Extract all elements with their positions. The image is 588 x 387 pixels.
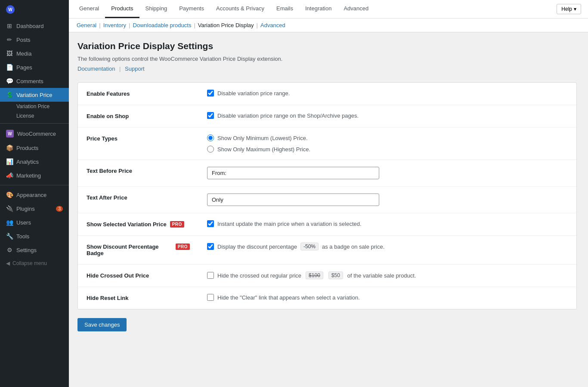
tab-shipping[interactable]: Shipping — [139, 0, 173, 18]
sidebar-sub-license[interactable]: License — [0, 111, 69, 121]
analytics-icon: 📊 — [6, 158, 13, 165]
sidebar-item-label: Settings — [16, 247, 37, 253]
settings-table: Enable Features Disable variation price … — [77, 82, 577, 309]
tab-payments[interactable]: Payments — [173, 0, 210, 18]
setting-label-show-discount-badge: Show Discount Percentage Badge PRO — [78, 236, 198, 264]
enable-on-shop-checkbox[interactable] — [207, 112, 214, 119]
hide-reset-link-text: Hide the "Clear" link that appears when … — [217, 294, 360, 301]
radio-min-price[interactable] — [207, 134, 214, 141]
subnav-general[interactable]: General — [77, 22, 96, 28]
sidebar-item-label: Tools — [16, 233, 29, 240]
hide-crossed-out-price-checkbox-row: Hide the crossed out regular price $100 … — [207, 272, 568, 279]
pages-icon: 📄 — [6, 64, 13, 71]
sidebar-item-comments[interactable]: 💬 Comments — [0, 74, 69, 88]
radio-min-price-row: Show Only Minimum (Lowest) Price. — [207, 134, 568, 141]
dashboard-icon: ⊞ — [6, 22, 13, 29]
pro-badge-discount: PRO — [176, 243, 190, 250]
sidebar-item-variation-price[interactable]: 💲 Variation Price — [0, 88, 69, 102]
setting-label-text-after-price: Text After Price — [78, 187, 198, 213]
setting-text-after-price: Text After Price — [78, 187, 576, 213]
setting-text-before-price: Text Before Price — [78, 160, 576, 187]
show-discount-badge-checkbox[interactable] — [207, 243, 214, 250]
sidebar-item-label: Marketing — [16, 172, 41, 179]
sidebar-item-label: Dashboard — [16, 23, 44, 29]
chevron-down-icon: ▾ — [574, 6, 576, 12]
setting-field-text-before-price — [198, 160, 576, 186]
sidebar-item-products[interactable]: 📦 Products — [0, 141, 69, 155]
text-before-price-input[interactable] — [207, 167, 379, 179]
sidebar-sub-variation-price[interactable]: Variation Price — [0, 102, 69, 111]
sidebar-item-settings[interactable]: ⚙ Settings — [0, 243, 69, 257]
enable-features-checkbox[interactable] — [207, 90, 214, 97]
show-selected-variation-price-checkbox-row: Instant update the main price when a var… — [207, 220, 568, 227]
sidebar-item-label: Products — [16, 145, 38, 151]
sidebar-item-tools[interactable]: 🔧 Tools — [0, 229, 69, 243]
sidebar-item-pages[interactable]: 📄 Pages — [0, 60, 69, 74]
sidebar-item-plugins[interactable]: 🔌 Plugins 3 — [0, 202, 69, 215]
variation-price-icon: 💲 — [6, 91, 13, 98]
appearance-icon: 🎨 — [6, 191, 13, 198]
tab-advanced[interactable]: Advanced — [337, 0, 374, 18]
sidebar-item-label: Plugins — [16, 206, 35, 212]
posts-icon: ✏ — [6, 36, 13, 43]
save-changes-button[interactable]: Save changes — [77, 318, 127, 331]
enable-features-text: Disable variation price range. — [217, 90, 290, 97]
collapse-menu-button[interactable]: ◀ Collapse menu — [0, 257, 69, 270]
setting-price-types: Price Types Show Only Minimum (Lowest) P… — [78, 128, 576, 160]
comments-icon: 💬 — [6, 78, 13, 84]
tab-navigation: General Products Shipping Payments Accou… — [69, 0, 379, 18]
subnav-advanced[interactable]: Advanced — [260, 22, 285, 28]
woocommerce-icon: W — [6, 130, 14, 137]
hide-crossed-out-price-checkbox[interactable] — [207, 272, 214, 279]
support-link[interactable]: Support — [125, 66, 145, 72]
sidebar-item-users[interactable]: 👥 Users — [0, 215, 69, 229]
discount-badge-example: -50% — [300, 243, 319, 250]
sidebar-item-media[interactable]: 🖼 Media — [0, 47, 69, 60]
tab-products[interactable]: Products — [105, 0, 139, 18]
tab-general[interactable]: General — [73, 0, 105, 18]
setting-field-enable-features: Disable variation price range. — [198, 83, 576, 105]
radio-max-price-label: Show Only Maximum (Highest) Price. — [217, 146, 310, 153]
setting-label-hide-reset-link: Hide Reset Link — [78, 287, 198, 309]
tab-accounts-privacy[interactable]: Accounts & Privacy — [210, 0, 270, 18]
sidebar-item-posts[interactable]: ✏ Posts — [0, 33, 69, 47]
sidebar-item-label: Analytics — [16, 159, 39, 165]
products-icon: 📦 — [6, 144, 13, 151]
sidebar-item-label: Media — [16, 50, 31, 57]
sidebar-item-dashboard[interactable]: ⊞ Dashboard — [0, 19, 69, 33]
subnav-downloadable[interactable]: Downloadable products — [133, 22, 192, 28]
sidebar-item-woocommerce[interactable]: W WooCommerce — [0, 126, 69, 141]
subnav-inventory[interactable]: Inventory — [103, 22, 126, 28]
sidebar-item-appearance[interactable]: 🎨 Appearance — [0, 188, 69, 202]
hide-reset-link-checkbox-row: Hide the "Clear" link that appears when … — [207, 294, 568, 301]
show-discount-badge-checkbox-row: Display the discount percentage -50% as … — [207, 243, 568, 250]
settings-icon: ⚙ — [6, 247, 13, 253]
tab-emails[interactable]: Emails — [270, 0, 299, 18]
text-after-price-input[interactable] — [207, 194, 379, 206]
tools-icon: 🔧 — [6, 233, 13, 240]
show-selected-variation-price-checkbox[interactable] — [207, 220, 214, 227]
setting-label-show-selected-variation-price: Show Selected Variation Price PRO — [78, 213, 198, 235]
price-badge-50: $50 — [328, 272, 343, 279]
marketing-icon: 📣 — [6, 172, 13, 179]
hide-reset-link-checkbox[interactable] — [207, 294, 214, 301]
tab-integration[interactable]: Integration — [299, 0, 337, 18]
sidebar-item-analytics[interactable]: 📊 Analytics — [0, 155, 69, 169]
main-content: General Products Shipping Payments Accou… — [69, 0, 588, 387]
radio-max-price[interactable] — [207, 146, 214, 153]
plugins-badge: 3 — [56, 206, 63, 212]
setting-enable-features: Enable Features Disable variation price … — [78, 83, 576, 105]
wp-logo-icon: W — [6, 5, 15, 14]
page-content: Variation Price Display Settings The fol… — [69, 32, 585, 349]
setting-label-enable-on-shop: Enable on Shop — [78, 105, 198, 127]
documentation-link[interactable]: Documentation — [77, 66, 115, 72]
sidebar-item-label: Appearance — [16, 192, 46, 198]
help-button[interactable]: Help ▾ — [557, 4, 581, 14]
setting-field-show-discount-badge: Display the discount percentage -50% as … — [198, 236, 576, 264]
price-badge-100: $100 — [306, 272, 323, 279]
sidebar-item-marketing[interactable]: 📣 Marketing — [0, 169, 69, 182]
subnav-variation-price-display: Variation Price Display — [198, 22, 254, 28]
setting-hide-reset-link: Hide Reset Link Hide the "Clear" link th… — [78, 287, 576, 309]
enable-on-shop-text: Disable variation price range on the Sho… — [217, 112, 359, 119]
sidebar-item-label: Comments — [16, 78, 43, 84]
